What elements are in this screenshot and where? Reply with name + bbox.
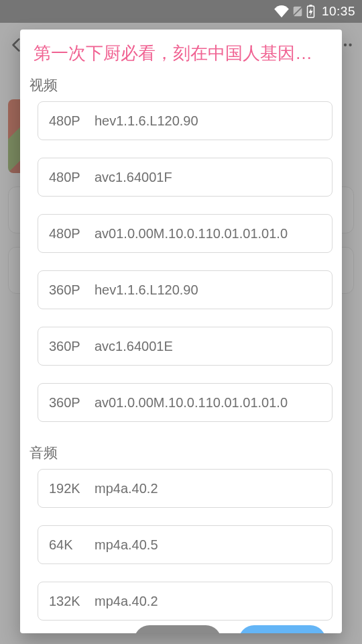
video-option[interactable]: 480P hev1.1.6.L120.90 — [38, 101, 333, 140]
audio-option[interactable]: 192K mp4a.40.2 — [38, 469, 333, 508]
codec-label: hev1.1.6.L120.90 — [95, 113, 198, 129]
status-time: 10:35 — [322, 4, 355, 19]
codec-label: hev1.1.6.L120.90 — [95, 282, 198, 298]
video-section-header: 视频 — [29, 72, 333, 101]
svg-rect-3 — [309, 5, 312, 7]
wifi-icon — [274, 5, 289, 17]
status-bar: 10:35 — [0, 0, 362, 23]
audio-section-header: 音频 — [29, 439, 333, 469]
resolution-tag: 360P — [49, 395, 85, 411]
resolution-tag: 480P — [49, 113, 85, 129]
codec-label: av01.0.00M.10.0.110.01.01.01.0 — [95, 395, 288, 411]
video-option[interactable]: 360P avc1.64001E — [38, 327, 333, 366]
resolution-tag: 360P — [49, 339, 85, 354]
video-option[interactable]: 480P avc1.64001F — [38, 158, 333, 197]
video-option[interactable]: 360P hev1.1.6.L120.90 — [38, 270, 333, 309]
format-select-dialog: 第一次下厨必看，刻在中国人基因里的人… 视频 480P hev1.1.6.L12… — [20, 30, 342, 633]
battery-charging-icon — [306, 5, 315, 18]
codec-label: avc1.64001E — [95, 339, 173, 354]
bitrate-tag: 192K — [49, 481, 85, 496]
bitrate-tag: 64K — [49, 537, 85, 553]
resolution-tag: 480P — [49, 170, 85, 185]
confirm-button[interactable] — [239, 625, 326, 633]
codec-label: av01.0.00M.10.0.110.01.01.01.0 — [95, 226, 288, 241]
resolution-tag: 480P — [49, 226, 85, 241]
codec-label: mp4a.40.5 — [95, 537, 158, 553]
codec-label: mp4a.40.2 — [95, 481, 158, 496]
audio-option[interactable]: 132K mp4a.40.2 — [38, 582, 333, 621]
audio-option[interactable]: 64K mp4a.40.5 — [38, 525, 333, 564]
cancel-button[interactable] — [134, 625, 221, 633]
bitrate-tag: 132K — [49, 594, 85, 609]
video-option[interactable]: 480P av01.0.00M.10.0.110.01.01.01.0 — [38, 214, 333, 253]
no-sim-icon — [292, 5, 304, 17]
dialog-title: 第一次下厨必看，刻在中国人基因里的人… — [20, 30, 342, 72]
video-option[interactable]: 360P av01.0.00M.10.0.110.01.01.01.0 — [38, 383, 333, 422]
dialog-actions — [20, 621, 342, 633]
dialog-body[interactable]: 视频 480P hev1.1.6.L120.90 480P avc1.64001… — [20, 72, 342, 621]
codec-label: mp4a.40.2 — [95, 594, 158, 609]
status-icons: 10:35 — [274, 4, 355, 19]
codec-label: avc1.64001F — [95, 170, 172, 185]
resolution-tag: 360P — [49, 282, 85, 298]
svg-marker-4 — [308, 8, 312, 16]
